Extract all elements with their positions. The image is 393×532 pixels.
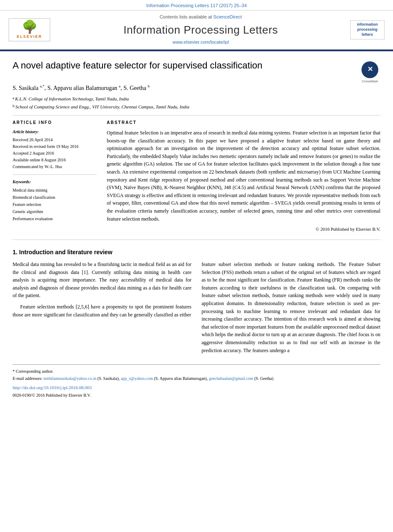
abstract-col: ABSTRACT Optimal feature Selection is an… bbox=[107, 120, 380, 233]
keyword-5: Performance evaluation bbox=[13, 215, 97, 222]
ipl-logo-line3: letters bbox=[352, 32, 382, 37]
journal-title-header: Information Processing Letters bbox=[55, 22, 347, 37]
email1[interactable]: mithilannsasikala@yahoo.co.in bbox=[43, 376, 96, 381]
section-1-right-para-1: feature subset selection methods or feat… bbox=[202, 261, 381, 354]
keywords-label: Keywords: bbox=[13, 179, 97, 185]
affiliation-2: b School of Computing Science and Engg.,… bbox=[13, 103, 380, 111]
issn-line: 0020-0190/© 2016 Published by Elsevier B… bbox=[13, 392, 380, 398]
email1-name: (S. Sasikala), bbox=[98, 376, 120, 381]
affil-sup-a: a bbox=[13, 95, 14, 101]
email3[interactable]: geechabaalan@gmail.com bbox=[209, 376, 253, 381]
journal-reference-bar: Information Processing Letters 117 (2017… bbox=[0, 0, 393, 10]
elsevier-logo: 🌳 ELSEVIER bbox=[8, 18, 50, 42]
journal-url[interactable]: www.elsevier.com/locate/ipl bbox=[55, 39, 347, 45]
section-1: 1. Introduction and literature review Me… bbox=[13, 248, 380, 358]
footnote-area: * Corresponding author. E-mail addresses… bbox=[13, 364, 380, 398]
email2[interactable]: app_s@yahoo.com bbox=[121, 376, 153, 381]
keyword-2: Biomedical classification bbox=[13, 194, 97, 201]
email3-name: (S. Geetha) bbox=[254, 376, 274, 381]
elsevier-tree-icon: 🌳 bbox=[11, 21, 48, 33]
divider-keywords bbox=[13, 174, 97, 175]
keyword-3: Feature selection bbox=[13, 201, 97, 208]
article-history-label: Article history: bbox=[13, 129, 97, 135]
ipl-logo-line2: processing bbox=[352, 27, 382, 32]
abstract-text: Optimal feature Selection is an imperati… bbox=[107, 129, 380, 223]
article-title: A novel adaptive feature selector for su… bbox=[13, 60, 262, 72]
affiliation-1: a K.L.N. College of Information Technolo… bbox=[13, 95, 380, 103]
crossmark-label: CrossMark bbox=[359, 79, 380, 84]
section-1-left-col: Medical data mining has revealed to be a… bbox=[13, 261, 192, 358]
available-date: Available online 8 August 2016 bbox=[13, 157, 97, 163]
journal-header: 🌳 ELSEVIER Contents lists available at S… bbox=[0, 10, 393, 49]
divider-after-affiliations bbox=[13, 115, 380, 116]
abstract-heading: ABSTRACT bbox=[107, 120, 380, 126]
doi-line[interactable]: http://dx.doi.org/10.1016/j.ipl.2016.08.… bbox=[13, 384, 380, 391]
copyright-line: © 2016 Published by Elsevier B.V. bbox=[107, 226, 380, 232]
email-footnote: E-mail addresses: mithilannsasikala@yaho… bbox=[13, 375, 380, 382]
elsevier-brand-text: ELSEVIER bbox=[11, 34, 48, 40]
email2-name: (S. Appavu alias Balamurugan), bbox=[154, 376, 208, 381]
revised-date: Received in revised form 19 May 2016 bbox=[13, 143, 97, 150]
sciencedirect-link[interactable]: ScienceDirect bbox=[213, 14, 242, 19]
affil-sup-b: b bbox=[13, 103, 15, 109]
info-abstract-columns: ARTICLE INFO Article history: Received 2… bbox=[13, 120, 380, 233]
section-1-right-col: feature subset selection methods or feat… bbox=[202, 261, 381, 358]
authors-line: S. Sasikala a,*, S. Appavu alias Balamur… bbox=[13, 84, 380, 92]
keywords-section: Keywords: Medical data mining Biomedical… bbox=[13, 179, 97, 222]
crossmark-icon: ✕ bbox=[361, 61, 378, 78]
accepted-date: Accepted 2 August 2016 bbox=[13, 150, 97, 157]
journal-center: Contents lists available at ScienceDirec… bbox=[55, 14, 347, 45]
article-info-heading: ARTICLE INFO bbox=[13, 120, 97, 126]
corresponding-author-note: * Corresponding author. bbox=[13, 368, 380, 374]
email-label: E-mail addresses: bbox=[13, 376, 42, 381]
author-sup-b: b bbox=[148, 84, 150, 88]
ipl-logo-line1: information bbox=[352, 22, 382, 27]
article-info-col: ARTICLE INFO Article history: Received 2… bbox=[13, 120, 97, 233]
received-date: Received 26 April 2014 bbox=[13, 137, 97, 143]
author-sup-a2: a bbox=[119, 84, 121, 88]
crossmark-area[interactable]: ✕ CrossMark bbox=[359, 61, 380, 84]
communicated-by: Communicated by W.-L. Hsu bbox=[13, 163, 97, 170]
affil-text-a: K.L.N. College of Information Technology… bbox=[15, 95, 129, 103]
journal-reference: Information Processing Letters 117 (2017… bbox=[146, 3, 247, 8]
article-history-text: Received 26 April 2014 Received in revis… bbox=[13, 137, 97, 170]
contents-line: Contents lists available at ScienceDirec… bbox=[55, 14, 347, 20]
elsevier-logo-area: 🌳 ELSEVIER bbox=[8, 18, 55, 42]
keyword-1: Medical data mining bbox=[13, 187, 97, 194]
article-content: A novel adaptive feature selector for su… bbox=[0, 51, 393, 407]
affiliations: a K.L.N. College of Information Technolo… bbox=[13, 95, 380, 110]
title-row: A novel adaptive feature selector for su… bbox=[13, 60, 380, 84]
divider-body bbox=[13, 240, 380, 240]
keyword-4: Genetic algorithm bbox=[13, 208, 97, 215]
section-1-para-2: Feature selection methods [2,5,6] have a… bbox=[13, 303, 192, 319]
ipl-logo-box: information processing letters bbox=[347, 20, 385, 39]
section-1-para-1: Medical data mining has revealed to be a… bbox=[13, 261, 192, 300]
ipl-logo: information processing letters bbox=[350, 20, 385, 39]
author-sup-a1: a,* bbox=[40, 84, 45, 88]
corresponding-label: * Corresponding author. bbox=[13, 369, 53, 374]
affil-text-b: School of Computing Science and Engg., V… bbox=[16, 103, 190, 111]
section-1-columns: Medical data mining has revealed to be a… bbox=[13, 261, 380, 358]
section-1-title: 1. Introduction and literature review bbox=[13, 248, 380, 257]
